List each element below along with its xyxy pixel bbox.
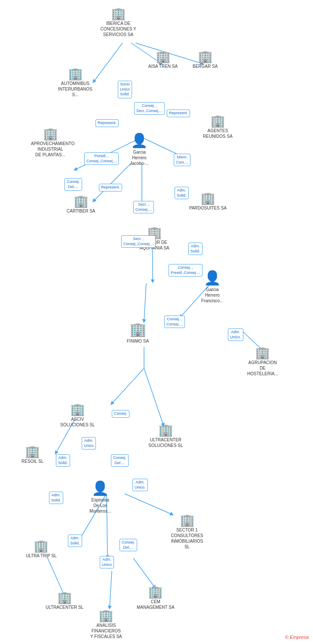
role-consej[interactable]: Consej. — [112, 410, 129, 418]
building-icon-analisis: 🏢 — [98, 610, 114, 622]
label-garcia-jacobo: GarciaHerreroJacobo-... — [130, 149, 149, 166]
label-ultracenter-sol: ULTRACENTERSOLUCIONES SL — [148, 437, 183, 448]
role-consej-secr[interactable]: Consej. ,Secr.,Consej.... — [134, 102, 165, 115]
role-adm-solid-2[interactable]: Adm.Solid. — [188, 243, 203, 255]
role-miem-com[interactable]: Miem.Com.... — [174, 154, 190, 166]
node-garcia-jacobo[interactable]: 👤 GarciaHerreroJacobo-... — [130, 132, 149, 166]
person-icon-jacobo: 👤 — [131, 132, 148, 149]
label-ultra-trip: ULTRA TRIP SL — [26, 553, 57, 559]
label-pardosuites: PARDOSUITES SA — [189, 205, 227, 211]
label-aprovechamiento: APROVECHAMIENTOINDUSTRIALDE PLANTAS... — [31, 141, 70, 158]
building-icon-aprovechamiento: 🏢 — [43, 128, 58, 140]
role-adm-solid-3[interactable]: Adm.Solid. — [56, 454, 70, 467]
building-icon-agrupacion: 🏢 — [255, 347, 270, 359]
node-finimo[interactable]: 🏢 FINIMO SA — [127, 321, 149, 344]
node-pardosuites[interactable]: 🏢 PARDOSUITES SA — [189, 192, 227, 211]
label-aisa: AISA TREN SA — [148, 64, 178, 69]
building-icon-bergar: 🏢 — [198, 51, 213, 63]
role-adm-solid-5[interactable]: Adm.Solid. — [68, 535, 82, 547]
svg-line-18 — [47, 557, 64, 596]
svg-line-11 — [112, 368, 144, 404]
label-sector1: SECTOR 1CONSULTORESINMOBILIARIOS SL — [168, 527, 206, 550]
role-adm-unico-2[interactable]: Adm.Unico — [82, 437, 96, 450]
label-bergar: BERGAR SA — [193, 64, 218, 69]
building-icon-automnibus: 🏢 — [68, 68, 83, 80]
node-automnibus[interactable]: 🏢 AUTOMNIBUSINTERURBANOS S... — [56, 68, 95, 97]
label-espinosa: EspinosaDe LosMonteros... — [89, 497, 111, 514]
building-icon-asciv: 🏢 — [70, 404, 85, 416]
role-consej-presid[interactable]: Consej. ,Presid.,Consej.... — [169, 264, 203, 276]
building-icon-aisa: 🏢 — [156, 51, 171, 63]
role-consej-del-2[interactable]: Consej.Del.... — [111, 454, 129, 467]
label-finimo: FINIMO SA — [127, 338, 149, 344]
building-icon-sector1: 🏢 — [180, 514, 195, 526]
role-adm-solid-1[interactable]: Adm.Solid. — [175, 187, 189, 199]
role-adm-unico-3[interactable]: Adm.Unico. — [132, 479, 148, 491]
label-agrupacion: AGRUPACIONDEHOSTELERIA... — [247, 360, 278, 377]
role-consej-del-1[interactable]: Consej.Del.... — [64, 178, 82, 191]
label-iberica: IBERICA DE CONCESIONES Y SERVICIOS SA — [99, 21, 138, 37]
node-garcia-francisco[interactable]: 👤 GarciaHerreroFrancisco... — [201, 270, 224, 304]
label-agentes: AGENTESREUNIDOS SA — [203, 128, 233, 139]
role-adm-solid-4[interactable]: Adm.Solid. — [49, 492, 63, 504]
node-iberica[interactable]: 🏢 IBERICA DE CONCESIONES Y SERVICIOS SA — [99, 8, 138, 37]
building-icon-finimo: 🏢 — [129, 321, 147, 337]
building-icon-cartiber: 🏢 — [74, 195, 89, 207]
label-automnibus: AUTOMNIBUSINTERURBANOS S... — [56, 81, 95, 97]
label-analisis: ANALISISFINANCIEROSY FISCALES SA — [90, 623, 122, 639]
label-cem: CEMMANAGEMENT SA — [137, 599, 175, 610]
node-analisis[interactable]: 🏢 ANALISISFINANCIEROSY FISCALES SA — [90, 610, 122, 639]
building-icon-ultracenter-sol: 🏢 — [158, 424, 173, 436]
building-icon-ultra-trip: 🏢 — [34, 540, 49, 552]
svg-line-19 — [110, 571, 112, 608]
node-agentes[interactable]: 🏢 AGENTESREUNIDOS SA — [203, 115, 233, 139]
watermark: © Empresa — [285, 635, 309, 640]
node-espinosa[interactable]: 👤 EspinosaDe LosMonteros... — [89, 480, 111, 514]
label-cartiber: CARTIBER SA — [67, 208, 95, 214]
node-bergar[interactable]: 🏢 BERGAR SA — [193, 51, 218, 69]
building-icon-resoil: 🏢 — [25, 446, 40, 458]
node-aisa-tren[interactable]: 🏢 AISA TREN SA — [148, 51, 178, 69]
role-consej-del-3[interactable]: Consej.Del.... — [120, 539, 137, 551]
building-icon-cem: 🏢 — [148, 586, 163, 598]
svg-line-17 — [125, 494, 172, 514]
node-ultra-trip[interactable]: 🏢 ULTRA TRIP SL — [26, 540, 57, 559]
role-secr-consej-2[interactable]: Secr. ,Consej.,Consej.... — [121, 235, 156, 248]
node-resoil[interactable]: 🏢 RESOIL SL — [21, 446, 43, 464]
node-aprovechamiento[interactable]: 🏢 APROVECHAMIENTOINDUSTRIALDE PLANTAS... — [31, 128, 70, 158]
label-ultracenter-sl: ULTRACENTER SL — [46, 605, 83, 610]
role-represent-3[interactable]: Represent. — [99, 184, 122, 191]
node-cartiber[interactable]: 🏢 CARTIBER SA — [67, 195, 95, 214]
label-asciv: ASCIVSOLUCIONES SL — [60, 416, 95, 428]
role-represent-1[interactable]: Represent. — [167, 109, 190, 117]
node-asciv[interactable]: 🏢 ASCIVSOLUCIONES SL — [60, 404, 95, 428]
role-socio-unico[interactable]: SocioUnicoSolid. — [118, 81, 132, 98]
node-ultracenter-sol[interactable]: 🏢 ULTRACENTERSOLUCIONES SL — [148, 424, 183, 448]
node-sector1[interactable]: 🏢 SECTOR 1CONSULTORESINMOBILIARIOS SL — [168, 514, 206, 550]
role-represent-2[interactable]: Represent. — [95, 119, 119, 127]
node-ultracenter-sl[interactable]: 🏢 ULTRACENTER SL — [46, 592, 83, 610]
building-icon-agentes: 🏢 — [210, 115, 225, 127]
role-secr-consej[interactable]: Secr. ,Consej.... — [133, 201, 154, 213]
org-chart: 🏢 IBERICA DE CONCESIONES Y SERVICIOS SA … — [0, 0, 313, 644]
role-consej-consej[interactable]: Consej. ,Consej.... — [164, 316, 185, 328]
node-agrupacion[interactable]: 🏢 AGRUPACIONDEHOSTELERIA... — [247, 347, 278, 377]
role-adm-unico-4[interactable]: Adm.Unico — [100, 556, 114, 568]
svg-line-12 — [144, 368, 163, 425]
svg-line-0 — [94, 43, 123, 82]
building-icon-pardosuites: 🏢 — [200, 192, 215, 204]
label-garcia-francisco: GarciaHerreroFrancisco... — [201, 287, 224, 304]
node-cem[interactable]: 🏢 CEMMANAGEMENT SA — [137, 586, 175, 610]
person-icon-espinosa: 👤 — [92, 480, 109, 496]
person-icon-francisco: 👤 — [204, 270, 221, 286]
svg-line-20 — [133, 558, 155, 587]
svg-line-6 — [94, 163, 131, 201]
role-presid[interactable]: Presid. ,Consej.,Consej.... — [84, 152, 119, 165]
building-icon-ultracenter-sl: 🏢 — [57, 592, 72, 604]
label-resoil: RESOIL SL — [21, 459, 43, 464]
svg-line-9 — [144, 283, 146, 321]
role-adm-unico-1[interactable]: Adm.Unico. — [228, 328, 243, 341]
building-icon-iberica: 🏢 — [111, 8, 126, 20]
